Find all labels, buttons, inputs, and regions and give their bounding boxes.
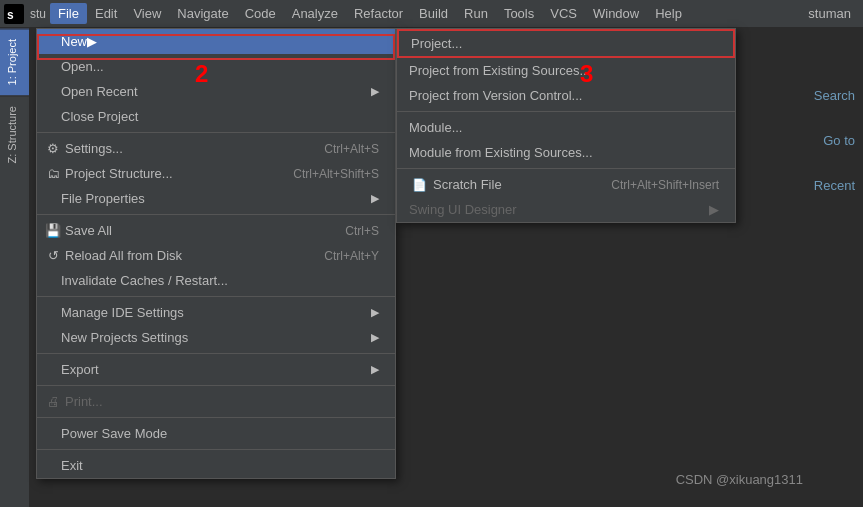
menu-item-project-structure[interactable]: 🗂 Project Structure... Ctrl+Alt+Shift+S: [37, 161, 395, 186]
swing-ui-arrow-icon: ▶: [709, 202, 719, 217]
settings-label: Settings...: [65, 141, 123, 156]
project-structure-icon: 🗂: [43, 166, 63, 181]
manage-ide-arrow-icon: ▶: [371, 306, 379, 319]
menu-item-reload[interactable]: ↺ Reload All from Disk Ctrl+Alt+Y: [37, 243, 395, 268]
sidebar-tab-project[interactable]: 1: Project: [0, 28, 29, 95]
recent-hint: Recent: [814, 178, 855, 193]
submenu-item-module-existing[interactable]: Module from Existing Sources...: [397, 140, 735, 165]
new-label: New: [61, 34, 87, 49]
reload-label: Reload All from Disk: [65, 248, 182, 263]
menu-refactor[interactable]: Refactor: [346, 3, 411, 24]
close-project-label: Close Project: [61, 109, 138, 124]
save-all-shortcut: Ctrl+S: [345, 224, 379, 238]
project-highlighted-box: Project...: [397, 29, 735, 58]
menu-item-new-projects-settings[interactable]: New Projects Settings ▶: [37, 325, 395, 350]
swing-ui-label: Swing UI Designer: [409, 202, 517, 217]
print-icon: 🖨: [43, 394, 63, 409]
menu-build[interactable]: Build: [411, 3, 456, 24]
menu-item-invalidate[interactable]: Invalidate Caches / Restart...: [37, 268, 395, 293]
search-hint: Search: [814, 88, 855, 103]
submenu-item-project-existing[interactable]: Project from Existing Sources...: [397, 58, 735, 83]
submenu-separator-2: [397, 168, 735, 169]
menu-item-manage-ide[interactable]: Manage IDE Settings ▶: [37, 300, 395, 325]
submenu-item-project-vcs[interactable]: Project from Version Control...: [397, 83, 735, 108]
menu-window[interactable]: Window: [585, 3, 647, 24]
open-recent-label: Open Recent: [61, 84, 138, 99]
separator-4: [37, 353, 395, 354]
project-label: Project...: [411, 36, 462, 51]
save-all-label: Save All: [65, 223, 112, 238]
separator-6: [37, 417, 395, 418]
sidebar-tab-structure[interactable]: Z: Structure: [0, 95, 29, 173]
menu-item-export[interactable]: Export ▶: [37, 357, 395, 382]
project-structure-shortcut: Ctrl+Alt+Shift+S: [293, 167, 379, 181]
open-recent-arrow-icon: ▶: [371, 85, 379, 98]
menu-item-exit[interactable]: Exit: [37, 453, 395, 478]
menu-item-power-save[interactable]: Power Save Mode: [37, 421, 395, 446]
new-projects-arrow-icon: ▶: [371, 331, 379, 344]
new-submenu: Project... Project from Existing Sources…: [396, 28, 736, 223]
separator-3: [37, 296, 395, 297]
exit-label: Exit: [61, 458, 83, 473]
export-label: Export: [61, 362, 99, 377]
menu-item-open-recent[interactable]: Open Recent ▶: [37, 79, 395, 104]
menu-edit[interactable]: Edit: [87, 3, 125, 24]
menu-code[interactable]: Code: [237, 3, 284, 24]
menu-run[interactable]: Run: [456, 3, 496, 24]
scratch-file-icon: 📄: [409, 178, 429, 192]
user-name: stuman: [808, 6, 859, 21]
reload-icon: ↺: [43, 248, 63, 263]
scratch-file-label: Scratch File: [433, 177, 502, 192]
submenu-separator-1: [397, 111, 735, 112]
power-save-label: Power Save Mode: [61, 426, 167, 441]
scratch-file-shortcut: Ctrl+Alt+Shift+Insert: [611, 178, 719, 192]
separator-5: [37, 385, 395, 386]
open-label: Open...: [61, 59, 104, 74]
menu-vcs[interactable]: VCS: [542, 3, 585, 24]
menu-item-settings[interactable]: ⚙ Settings... Ctrl+Alt+S: [37, 136, 395, 161]
module-existing-label: Module from Existing Sources...: [409, 145, 593, 160]
reload-shortcut: Ctrl+Alt+Y: [324, 249, 379, 263]
file-menu-dropdown: New ▶ Open... Open Recent ▶ Close Projec…: [36, 28, 396, 479]
left-sidebar: 1: Project Z: Structure: [0, 28, 30, 507]
submenu-item-module[interactable]: Module...: [397, 115, 735, 140]
submenu-item-project[interactable]: Project...: [399, 31, 733, 56]
file-properties-arrow-icon: ▶: [371, 192, 379, 205]
menu-item-save-all[interactable]: 💾 Save All Ctrl+S: [37, 218, 395, 243]
menubar: s stu File Edit View Navigate Code Analy…: [0, 0, 863, 28]
submenu-item-scratch-file[interactable]: 📄 Scratch File Ctrl+Alt+Shift+Insert: [397, 172, 735, 197]
submenu-item-swing-ui[interactable]: Swing UI Designer ▶: [397, 197, 735, 222]
menu-help[interactable]: Help: [647, 3, 690, 24]
menu-item-close-project[interactable]: Close Project: [37, 104, 395, 129]
menu-view[interactable]: View: [125, 3, 169, 24]
menu-tools[interactable]: Tools: [496, 3, 542, 24]
menu-item-open[interactable]: Open...: [37, 54, 395, 79]
print-label: Print...: [65, 394, 103, 409]
invalidate-label: Invalidate Caches / Restart...: [61, 273, 228, 288]
new-projects-settings-label: New Projects Settings: [61, 330, 188, 345]
module-label: Module...: [409, 120, 462, 135]
project-structure-label: Project Structure...: [65, 166, 173, 181]
new-arrow-icon: ▶: [87, 34, 97, 49]
menu-app-name: stu: [30, 7, 46, 21]
project-existing-label: Project from Existing Sources...: [409, 63, 590, 78]
manage-ide-label: Manage IDE Settings: [61, 305, 184, 320]
settings-shortcut: Ctrl+Alt+S: [324, 142, 379, 156]
svg-text:s: s: [7, 8, 14, 22]
menu-file[interactable]: File: [50, 3, 87, 24]
separator-2: [37, 214, 395, 215]
menu-item-print[interactable]: 🖨 Print...: [37, 389, 395, 414]
menu-navigate[interactable]: Navigate: [169, 3, 236, 24]
project-vcs-label: Project from Version Control...: [409, 88, 582, 103]
app-logo: s: [4, 4, 24, 24]
goto-hint: Go to: [823, 133, 855, 148]
separator-1: [37, 132, 395, 133]
menu-item-file-properties[interactable]: File Properties ▶: [37, 186, 395, 211]
settings-icon: ⚙: [43, 141, 63, 156]
menu-analyze[interactable]: Analyze: [284, 3, 346, 24]
separator-7: [37, 449, 395, 450]
watermark: CSDN @xikuang1311: [676, 472, 803, 487]
menu-item-new[interactable]: New ▶: [37, 29, 395, 54]
export-arrow-icon: ▶: [371, 363, 379, 376]
save-all-icon: 💾: [43, 223, 63, 238]
